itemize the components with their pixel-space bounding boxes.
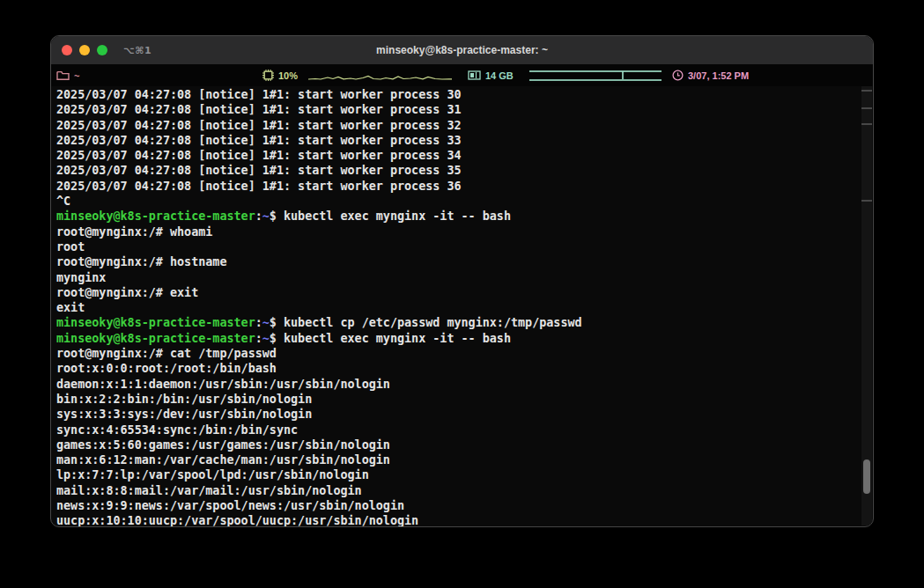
terminal-line: root@mynginx:/# exit: [56, 285, 861, 300]
memory-gauge-top-line: [529, 70, 662, 72]
terminal-line: sys:x:3:3:sys:/dev:/usr/sbin/nologin: [56, 407, 861, 422]
scroll-mark: [861, 107, 872, 109]
traffic-lights: [62, 45, 107, 55]
cwd-label: ~: [74, 70, 79, 81]
zoom-button[interactable]: [97, 45, 107, 55]
terminal-line: root@mynginx:/# cat /tmp/passwd: [56, 346, 861, 361]
terminal-line: 2025/03/07 04:27:08 [notice] 1#1: start …: [56, 133, 861, 148]
terminal-line: 2025/03/07 04:27:08 [notice] 1#1: start …: [56, 102, 861, 117]
minimize-button[interactable]: [79, 45, 90, 55]
memory-gauge-tick: [622, 71, 624, 79]
terminal-line: ^C: [56, 194, 861, 209]
memory-gauge[interactable]: [529, 70, 662, 81]
close-button[interactable]: [62, 45, 72, 55]
terminal-line: 2025/03/07 04:27:08 [notice] 1#1: start …: [56, 87, 861, 102]
terminal-line: man:x:6:12:man:/var/cache/man:/usr/sbin/…: [56, 452, 861, 467]
titlebar[interactable]: ⌥⌘1 minseoky@k8s-practice-master: ~: [51, 36, 873, 65]
terminal-line: root@mynginx:/# whoami: [56, 224, 861, 239]
clock-icon: [672, 70, 684, 81]
statusbar-memory-widget[interactable]: 14 GB: [468, 64, 514, 86]
terminal-line: bin:x:2:2:bin:/bin:/usr/sbin/nologin: [56, 392, 861, 407]
scroll-mark: [861, 123, 872, 125]
folder-icon: [56, 70, 70, 81]
scroll-mark: [861, 200, 872, 202]
terminal-line: 2025/03/07 04:27:08 [notice] 1#1: start …: [56, 118, 861, 133]
terminal-line: 2025/03/07 04:27:08 [notice] 1#1: start …: [56, 179, 861, 194]
terminal-line: minseoky@k8s-practice-master:~$ kubectl …: [56, 331, 861, 346]
window-shortcut-label: ⌥⌘1: [123, 45, 152, 56]
statusbar: ~ 10% 14 GB: [51, 64, 873, 86]
terminal-line: 2025/03/07 04:27:08 [notice] 1#1: start …: [56, 148, 861, 163]
terminal-line: daemon:x:1:1:daemon:/usr/sbin:/usr/sbin/…: [56, 377, 861, 392]
memory-gauge-bottom-line: [529, 79, 662, 81]
window-title: minseoky@k8s-practice-master: ~: [51, 44, 873, 56]
terminal-line: 2025/03/07 04:27:08 [notice] 1#1: start …: [56, 163, 861, 178]
terminal-line: mail:x:8:8:mail:/var/mail:/usr/sbin/nolo…: [56, 483, 861, 498]
scrollbar-thumb[interactable]: [863, 459, 870, 494]
terminal-line: lp:x:7:7:lp:/var/spool/lpd:/usr/sbin/nol…: [56, 467, 861, 482]
cpu-percent-label: 10%: [278, 70, 298, 81]
terminal-line: root@mynginx:/# hostname: [56, 254, 861, 269]
terminal-line: root: [56, 239, 861, 254]
terminal-line: root:x:0:0:root:/root:/bin/bash: [56, 361, 861, 376]
terminal-line: news:x:9:9:news:/var/spool/news:/usr/sbi…: [56, 498, 861, 513]
cpu-sparkline: [308, 70, 452, 82]
cpu-chip-icon: [262, 70, 274, 81]
terminal-line: games:x:5:60:games:/usr/games:/usr/sbin/…: [56, 437, 861, 452]
terminal-line: uucp:x:10:10:uucp:/var/spool/uucp:/usr/s…: [56, 513, 861, 526]
terminal-output[interactable]: 2025/03/07 04:27:08 [notice] 1#1: start …: [51, 86, 861, 526]
terminal-line: mynginx: [56, 270, 861, 285]
memory-icon: [468, 70, 481, 80]
terminal-line: minseoky@k8s-practice-master:~$ kubectl …: [56, 209, 861, 224]
terminal-line: minseoky@k8s-practice-master:~$ kubectl …: [56, 315, 861, 330]
scroll-mark: [861, 90, 872, 92]
clock-label: 3/07, 1:52 PM: [688, 70, 749, 81]
statusbar-cwd-widget[interactable]: ~: [56, 64, 79, 86]
terminal-line: exit: [56, 300, 861, 315]
scrollbar[interactable]: [861, 86, 872, 526]
statusbar-clock-widget[interactable]: 3/07, 1:52 PM: [672, 64, 749, 86]
terminal-line: sync:x:4:65534:sync:/bin:/bin/sync: [56, 423, 861, 437]
memory-label: 14 GB: [485, 70, 514, 81]
terminal-window: ⌥⌘1 minseoky@k8s-practice-master: ~ ~ 10…: [50, 35, 874, 527]
statusbar-cpu-widget[interactable]: 10%: [262, 64, 298, 86]
